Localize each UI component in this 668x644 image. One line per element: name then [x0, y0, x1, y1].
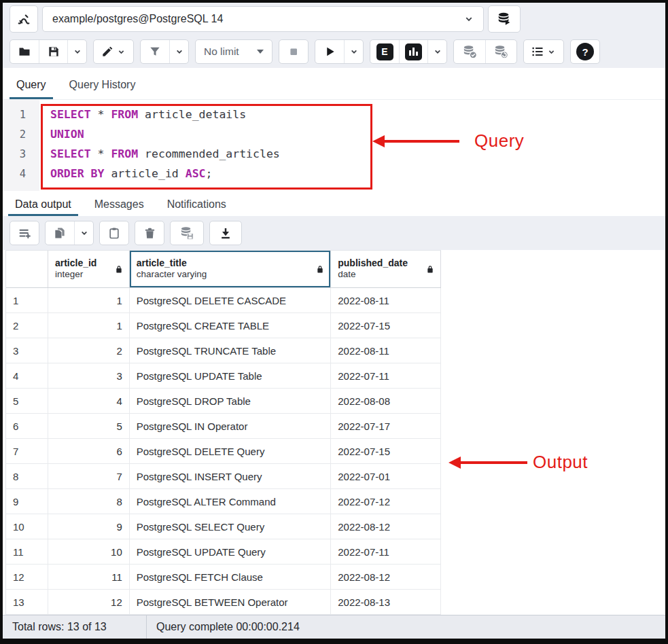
article-id-cell[interactable]: 4 [48, 389, 130, 413]
cancel-query-button [279, 40, 308, 63]
article-id-cell[interactable]: 9 [48, 514, 130, 539]
explain-options-dropdown[interactable] [427, 40, 446, 63]
row-number-cell[interactable]: 1 [6, 288, 48, 312]
article-id-cell[interactable]: 3 [48, 363, 130, 388]
row-number-cell[interactable]: 6 [6, 414, 48, 438]
new-connection-button[interactable] [488, 5, 521, 33]
article-title-cell[interactable]: PostgreSQL INSERT Query [130, 464, 332, 488]
connection-dropdown[interactable]: example/postgres@PostgreSQL 14 [42, 6, 484, 32]
article-title-cell[interactable]: PostgreSQL BETWEEN Operator [130, 590, 332, 614]
connection-bar: example/postgres@PostgreSQL 14 [3, 3, 665, 35]
article-title-cell[interactable]: PostgreSQL UPDATE Query [130, 539, 332, 564]
article-title-cell[interactable]: PostgreSQL TRUNCATE Table [130, 338, 332, 363]
save-options-dropdown[interactable] [67, 40, 86, 63]
column-header-article-title[interactable]: article_title character varying [130, 251, 332, 287]
tab-messages[interactable]: Messages [88, 198, 151, 216]
copy-button[interactable] [46, 221, 74, 245]
published-date-cell[interactable]: 2022-08-08 [331, 389, 441, 413]
add-row-icon [18, 226, 32, 240]
tab-query-history[interactable]: Query History [63, 79, 143, 99]
published-date-cell[interactable]: 2022-07-17 [331, 414, 441, 438]
sql-editor[interactable]: 1 2 3 4 SELECT * FROM article_details UN… [3, 100, 665, 191]
explain-icon: E [376, 43, 393, 60]
published-date-cell[interactable]: 2022-07-12 [331, 489, 441, 514]
published-date-cell[interactable]: 2022-08-13 [331, 590, 441, 614]
article-id-cell[interactable]: 1 [48, 313, 130, 338]
row-number-cell[interactable]: 9 [6, 489, 48, 514]
total-rows-status: Total rows: 13 of 13 [3, 615, 147, 639]
row-number-cell[interactable]: 7 [6, 439, 48, 463]
tab-data-output[interactable]: Data output [8, 198, 78, 216]
article-id-cell[interactable]: 11 [48, 565, 130, 589]
article-id-cell[interactable]: 8 [48, 489, 130, 514]
article-title-cell[interactable]: PostgreSQL UPDATE Table [130, 363, 332, 388]
save-data-button [171, 221, 203, 245]
edit-dropdown[interactable] [94, 40, 133, 63]
published-date-cell[interactable]: 2022-08-11 [331, 288, 441, 312]
column-name: article_id [55, 257, 96, 270]
published-date-cell[interactable]: 2022-07-01 [331, 464, 441, 488]
help-button[interactable]: ? [571, 40, 599, 63]
row-number-cell[interactable]: 5 [6, 389, 48, 413]
delete-row-button[interactable] [135, 221, 164, 245]
published-date-cell[interactable]: 2022-08-12 [331, 565, 441, 589]
published-date-cell[interactable]: 2022-08-12 [331, 514, 441, 539]
add-row-button[interactable] [10, 221, 39, 245]
article-title-cell[interactable]: PostgreSQL DELETE CASCADE [130, 288, 332, 312]
published-date-cell[interactable]: 2022-07-11 [331, 539, 441, 564]
column-type: character varying [137, 269, 207, 281]
execute-options-dropdown[interactable] [344, 40, 363, 63]
tab-query[interactable]: Query [10, 79, 53, 99]
macros-dropdown[interactable] [524, 40, 563, 63]
copy-options-dropdown[interactable] [74, 221, 93, 245]
column-header-article-id[interactable]: article_id integer [48, 251, 130, 287]
article-title-cell[interactable]: PostgreSQL FETCH Clause [130, 565, 332, 589]
sql-line-4: ORDER BY article_id ASC; [50, 167, 212, 180]
explain-button[interactable]: E [370, 40, 399, 63]
data-output-toolbar [3, 216, 665, 250]
row-number-cell[interactable]: 8 [6, 464, 48, 488]
published-date-cell[interactable]: 2022-08-11 [331, 338, 441, 363]
row-number-cell[interactable]: 3 [6, 338, 48, 363]
chevron-down-icon [79, 228, 90, 238]
row-number-cell[interactable]: 11 [6, 539, 48, 564]
row-number-header[interactable] [6, 251, 48, 287]
published-date-cell[interactable]: 2022-07-15 [331, 313, 441, 338]
article-id-cell[interactable]: 12 [48, 590, 130, 614]
published-date-cell[interactable]: 2022-07-11 [331, 363, 441, 388]
row-number-cell[interactable]: 13 [6, 590, 48, 614]
row-number-cell[interactable]: 10 [6, 514, 48, 539]
explain-analyze-button[interactable] [399, 40, 427, 63]
execute-button[interactable] [315, 40, 344, 63]
query-tool-button[interactable] [10, 5, 38, 33]
article-id-cell[interactable]: 6 [48, 439, 130, 463]
grid-header-row: article_id integer article_title charact… [6, 250, 441, 288]
save-data-icon [179, 226, 195, 241]
column-header-published-date[interactable]: published_date date [331, 251, 441, 287]
query-arrow [383, 140, 459, 143]
published-date-cell[interactable]: 2022-07-15 [331, 439, 441, 463]
article-id-cell[interactable]: 10 [48, 539, 130, 564]
row-number-cell[interactable]: 12 [6, 565, 48, 589]
row-number-cell[interactable]: 2 [6, 313, 48, 338]
article-title-cell[interactable]: PostgreSQL CREATE TABLE [130, 313, 332, 338]
article-id-cell[interactable]: 5 [48, 414, 130, 438]
article-title-cell[interactable]: PostgreSQL DROP Table [130, 389, 332, 413]
open-file-button[interactable] [10, 40, 39, 63]
paste-button[interactable] [100, 221, 128, 245]
article-title-cell[interactable]: PostgreSQL DELETE Query [130, 439, 332, 463]
row-limit-select[interactable]: No limit [195, 39, 273, 64]
download-csv-button[interactable] [210, 221, 241, 245]
article-title-cell[interactable]: PostgreSQL ALTER Command [130, 489, 332, 514]
row-number-cell[interactable]: 4 [6, 363, 48, 388]
article-id-cell[interactable]: 1 [48, 288, 130, 312]
filter-options-dropdown[interactable] [169, 40, 188, 63]
article-id-cell[interactable]: 7 [48, 464, 130, 488]
tab-notifications[interactable]: Notifications [160, 198, 233, 216]
article-id-cell[interactable]: 2 [48, 338, 130, 363]
article-title-cell[interactable]: PostgreSQL SELECT Query [130, 514, 332, 539]
save-file-button[interactable] [39, 40, 67, 63]
article-title-cell[interactable]: PostgreSQL IN Operator [130, 414, 332, 438]
filter-button[interactable] [141, 40, 169, 63]
table-row: 87PostgreSQL INSERT Query2022-07-01 [6, 464, 441, 489]
